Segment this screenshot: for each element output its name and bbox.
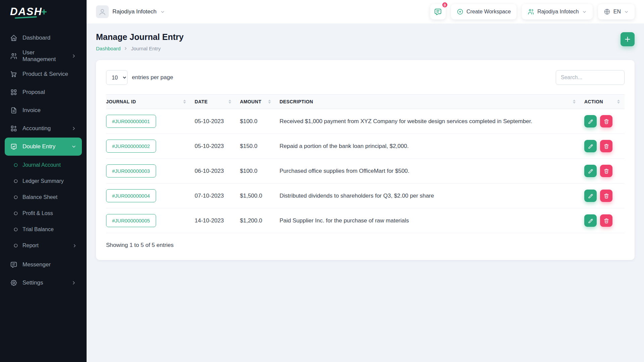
- sidebar: DASH+ Dashboard User Management Product …: [0, 0, 87, 362]
- entries-per-page-label: entries per page: [132, 74, 173, 81]
- delete-button[interactable]: [600, 165, 612, 177]
- sidebar-item-proposal[interactable]: Proposal: [5, 83, 82, 101]
- globe-icon: [604, 8, 610, 15]
- sidebar-item-double-entry[interactable]: Double Entry: [5, 138, 82, 156]
- sort-icon[interactable]: [229, 100, 231, 104]
- sidebar-item-dashboard[interactable]: Dashboard: [5, 29, 82, 47]
- entries-per-page-select[interactable]: 10: [106, 70, 128, 85]
- sidebar-item-label: Accounting: [22, 125, 51, 132]
- chevron-right-icon: [71, 53, 77, 59]
- sidebar-item-messenger[interactable]: Messenger: [5, 256, 82, 274]
- brand-logo[interactable]: DASH+: [0, 0, 87, 23]
- sidebar-subitem-trial-balance[interactable]: Trial Balance: [9, 221, 82, 238]
- table-row: #JUR000000003 06-10-2023 $100.0 Purchase…: [106, 159, 625, 184]
- column-header-date[interactable]: DATE: [191, 95, 236, 109]
- create-workspace-label: Create Workspace: [466, 9, 511, 15]
- topbar: Rajodiya Infotech 0 Create Workspace Raj…: [87, 0, 644, 23]
- delete-button[interactable]: [600, 214, 612, 227]
- pencil-icon: [588, 218, 594, 224]
- breadcrumb-dashboard-link[interactable]: Dashboard: [96, 46, 120, 51]
- bullet-circle-icon: [13, 227, 18, 232]
- trash-icon: [603, 118, 609, 124]
- messages-button[interactable]: 0: [430, 4, 446, 19]
- chevron-right-icon: [71, 280, 77, 286]
- edit-button[interactable]: [584, 214, 597, 227]
- language-selector[interactable]: EN: [598, 4, 635, 19]
- delete-button[interactable]: [600, 115, 612, 127]
- column-header-action[interactable]: ACTION: [580, 95, 625, 109]
- sidebar-item-settings[interactable]: Settings: [5, 274, 82, 292]
- date-cell: 05-10-2023: [191, 134, 236, 159]
- sidebar-subitem-balance-sheet[interactable]: Balance Sheet: [9, 189, 82, 205]
- table-row: #JUR000000002 05-10-2023 $150.0 Repaid a…: [106, 134, 625, 159]
- invoice-file-icon: [10, 107, 17, 114]
- description-cell: Purchased office supplies from OfficeMar…: [276, 159, 580, 184]
- chevron-right-icon: [71, 126, 77, 131]
- category-grid-icon: [10, 89, 17, 96]
- sidebar-item-accounting[interactable]: Accounting: [5, 119, 82, 138]
- ledger-board-icon: [10, 143, 17, 150]
- sidebar-item-user-management[interactable]: User Management: [5, 47, 82, 65]
- amount-cell: $100.0: [236, 159, 276, 184]
- sidebar-subitem-label: Journal Account: [22, 162, 61, 168]
- table-header-row: JOURNAL ID DATE AMOUNT DESCRIPTION ACTIO…: [106, 95, 625, 109]
- edit-button[interactable]: [584, 115, 597, 127]
- sort-icon[interactable]: [268, 100, 271, 104]
- sidebar-subitem-report[interactable]: Report: [9, 238, 82, 254]
- delete-button[interactable]: [600, 190, 612, 202]
- sidebar-subitem-profit-loss[interactable]: Profit & Loss: [9, 205, 82, 221]
- trash-icon: [603, 218, 609, 224]
- date-cell: 05-10-2023: [191, 109, 236, 134]
- sort-icon[interactable]: [617, 100, 620, 104]
- amount-cell: $100.0: [236, 109, 276, 134]
- sort-icon[interactable]: [183, 100, 186, 104]
- sidebar-item-label: Invoice: [22, 107, 41, 114]
- trash-icon: [603, 168, 609, 174]
- sidebar-item-label: Settings: [22, 279, 43, 286]
- edit-button[interactable]: [584, 165, 597, 177]
- journal-id-badge: #JUR000000004: [106, 189, 156, 202]
- page-title: Manage Journal Entry: [96, 32, 184, 42]
- company-selector[interactable]: Rajodiya Infotech: [522, 4, 593, 19]
- workspace-name: Rajodiya Infotech: [112, 8, 156, 15]
- create-workspace-button[interactable]: Create Workspace: [451, 4, 516, 19]
- journal-id-badge: #JUR000000001: [106, 115, 156, 128]
- search-input[interactable]: [556, 70, 625, 85]
- sidebar-item-label: Product & Service: [22, 71, 68, 77]
- edit-button[interactable]: [584, 190, 597, 202]
- amount-cell: $1,500.0: [236, 184, 276, 208]
- company-name: Rajodiya Infotech: [537, 9, 579, 15]
- workspace-selector[interactable]: Rajodiya Infotech: [96, 5, 165, 18]
- delete-button[interactable]: [600, 140, 612, 152]
- page-header: Manage Journal Entry Dashboard Journal E…: [96, 32, 635, 51]
- sidebar-subitem-journal-account[interactable]: Journal Account: [9, 157, 82, 173]
- column-header-description[interactable]: DESCRIPTION: [276, 95, 580, 109]
- date-cell: 14-10-2023: [191, 208, 236, 233]
- sort-icon[interactable]: [573, 100, 576, 104]
- apps-blocks-icon: [10, 125, 17, 132]
- edit-button[interactable]: [584, 140, 597, 152]
- circle-plus-icon: [457, 8, 463, 15]
- sidebar-item-invoice[interactable]: Invoice: [5, 101, 82, 119]
- sidebar-subitem-label: Profit & Loss: [22, 210, 53, 216]
- sidebar-subitem-ledger-summary[interactable]: Ledger Summary: [9, 173, 82, 189]
- chat-icon: [434, 8, 442, 16]
- pencil-icon: [588, 168, 594, 174]
- table-row: #JUR000000005 14-10-2023 $1,200.0 Paid S…: [106, 208, 625, 233]
- description-cell: Repaid a portion of the bank loan princi…: [276, 134, 580, 159]
- amount-cell: $150.0: [236, 134, 276, 159]
- add-journal-entry-button[interactable]: [621, 32, 635, 46]
- sidebar-item-product-service[interactable]: Product & Service: [5, 65, 82, 83]
- column-header-journal-id[interactable]: JOURNAL ID: [106, 95, 191, 109]
- plus-icon: [624, 36, 631, 43]
- amount-cell: $1,200.0: [236, 208, 276, 233]
- column-header-amount[interactable]: AMOUNT: [236, 95, 276, 109]
- double-entry-submenu: Journal Account Ledger Summary Balance S…: [5, 156, 82, 256]
- home-icon: [10, 34, 17, 42]
- journal-id-badge: #JUR000000002: [106, 140, 156, 153]
- main-column: Rajodiya Infotech 0 Create Workspace Raj…: [87, 0, 644, 362]
- table-search: [556, 70, 625, 85]
- journal-entries-table: JOURNAL ID DATE AMOUNT DESCRIPTION ACTIO…: [106, 94, 625, 233]
- bullet-circle-icon: [13, 243, 18, 248]
- sidebar-subitem-label: Balance Sheet: [22, 194, 57, 200]
